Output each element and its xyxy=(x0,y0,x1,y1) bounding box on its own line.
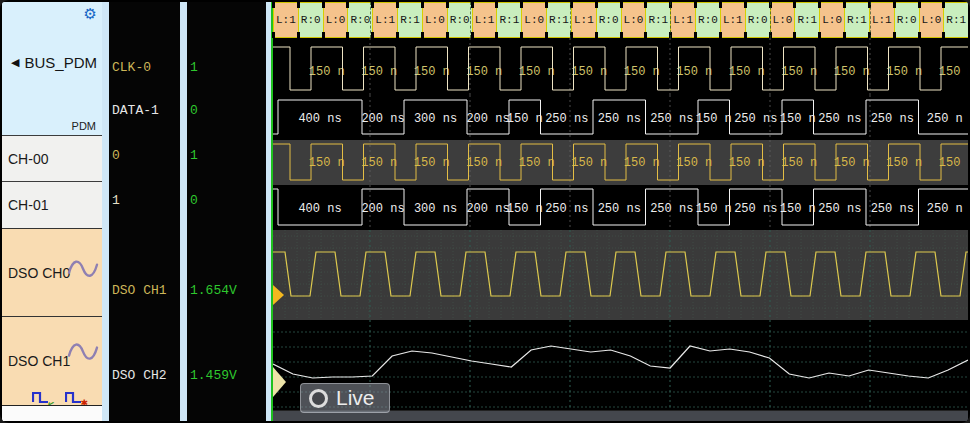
live-button[interactable]: Live xyxy=(300,383,390,413)
svg-text:200 ns: 200 ns xyxy=(361,112,404,126)
decoder-cell[interactable]: R:1 xyxy=(794,2,819,38)
decoder-cell[interactable]: R:0 xyxy=(298,2,323,38)
svg-text:200 ns: 200 ns xyxy=(466,202,509,216)
decoder-cell[interactable]: L:0 xyxy=(919,2,944,38)
decoder-cell[interactable]: L:0 xyxy=(422,2,447,38)
decoder-cell[interactable]: L:0 xyxy=(621,2,646,38)
signal-value: 1.459V xyxy=(190,368,237,384)
signal-name[interactable]: 1 xyxy=(112,193,120,209)
svg-text:150 n: 150 n xyxy=(519,65,555,79)
svg-text:150 n: 150 n xyxy=(834,65,870,79)
decoder-cell[interactable]: L:0 xyxy=(819,2,844,38)
decoder-cell[interactable]: R:0 xyxy=(596,2,621,38)
collapse-icon[interactable]: ◀ xyxy=(11,56,19,69)
decoder-cell[interactable]: R:0 xyxy=(347,2,372,38)
svg-text:150 n: 150 n xyxy=(696,112,732,126)
decoder-cell[interactable]: L:1 xyxy=(273,2,298,38)
grid-line xyxy=(870,2,871,38)
svg-text:150 n: 150 n xyxy=(571,65,607,79)
decoder-cell[interactable]: L:1 xyxy=(670,2,695,38)
decoder-cell-label: R:0 xyxy=(450,14,470,26)
sine-icon xyxy=(66,255,100,287)
svg-text:150 n: 150 n xyxy=(729,156,765,170)
decoder-cell-label: R:0 xyxy=(897,14,917,26)
column-divider[interactable] xyxy=(102,2,109,421)
ch00-waveform-row[interactable]: 150 n150 n150 n150 n150 n150 n150 n150 n… xyxy=(273,140,968,185)
decoder-cell-label: R:0 xyxy=(301,14,321,26)
column-divider[interactable] xyxy=(180,2,187,421)
svg-text:150 n: 150 n xyxy=(507,112,543,126)
svg-text:150 n: 150 n xyxy=(414,65,450,79)
decoder-cell[interactable]: R:0 xyxy=(695,2,720,38)
decoder-cell[interactable]: R:1 xyxy=(943,2,968,38)
waveform-plot[interactable]: L:1R:0L:0R:0L:1R:1L:0R:0L:1R:1L:0R:1L:1R… xyxy=(273,2,968,421)
ch01-waveform-row[interactable]: 400 ns200 ns300 ns200 ns150 n250 ns250 n… xyxy=(273,185,968,230)
decoder-cell-label: R:1 xyxy=(797,14,817,26)
decoder-cell[interactable]: R:1 xyxy=(546,2,571,38)
svg-text:150 n: 150 n xyxy=(519,156,555,170)
sidebar-footer xyxy=(2,405,102,421)
decoder-cell[interactable]: R:0 xyxy=(894,2,919,38)
decoder-cell-label: L:0 xyxy=(425,14,445,26)
dso-ch0-analog-row[interactable] xyxy=(273,230,968,320)
decoder-cell[interactable]: L:1 xyxy=(472,2,497,38)
decoder-cell[interactable]: L:1 xyxy=(720,2,745,38)
pdm-decoder-row[interactable]: L:1R:0L:0R:0L:1R:1L:0R:0L:1R:1L:0R:1L:1R… xyxy=(273,2,968,38)
signal-name[interactable]: CLK-0 xyxy=(112,60,151,76)
svg-text:150 n: 150 n xyxy=(676,156,712,170)
decoder-cell[interactable]: R:1 xyxy=(844,2,869,38)
decoder-cell[interactable]: L:1 xyxy=(372,2,397,38)
decoder-cell-label: L:1 xyxy=(475,14,495,26)
sidebar-item-ch00[interactable]: CH-00 xyxy=(2,135,102,181)
sidebar-item-label: DSO CH0 xyxy=(8,265,70,281)
svg-text:150 n: 150 n xyxy=(729,65,765,79)
pulse-delete-button[interactable]: ✱ xyxy=(65,389,83,404)
decoder-cell-label: R:0 xyxy=(748,14,768,26)
decoder-cell-label: R:1 xyxy=(499,14,519,26)
svg-text:250 ns: 250 ns xyxy=(598,202,641,216)
signal-name[interactable]: DATA-1 xyxy=(112,103,159,119)
grid-line xyxy=(370,2,371,38)
signal-name[interactable]: 0 xyxy=(112,148,120,164)
decoder-cell[interactable]: R:0 xyxy=(745,2,770,38)
decoder-cell[interactable]: R:1 xyxy=(496,2,521,38)
signal-name[interactable]: DSO CH1 xyxy=(112,283,167,299)
decoder-cell[interactable]: R:1 xyxy=(645,2,670,38)
svg-text:150 n: 150 n xyxy=(624,156,660,170)
pulse-import-button[interactable]: ➜ xyxy=(32,389,50,404)
signal-name[interactable]: DSO CH2 xyxy=(112,368,167,384)
svg-text:300 ns: 300 ns xyxy=(414,202,457,216)
decoder-cell[interactable]: L:1 xyxy=(571,2,596,38)
grid-line xyxy=(670,2,671,38)
data1-waveform-row[interactable]: 400 ns200 ns300 ns200 ns150 n250 ns250 n… xyxy=(273,95,968,140)
svg-text:150 n: 150 n xyxy=(507,202,543,216)
decoder-cell-label: R:1 xyxy=(946,14,966,26)
svg-text:150 n: 150 n xyxy=(361,156,397,170)
bus-title: ◀ BUS_PDM xyxy=(11,54,97,71)
sidebar-item-label: CH-01 xyxy=(8,197,48,213)
svg-text:250 ns: 250 ns xyxy=(545,202,588,216)
decoder-cell[interactable]: L:0 xyxy=(323,2,348,38)
svg-text:150 n: 150 n xyxy=(624,65,660,79)
svg-text:250 ns: 250 ns xyxy=(818,112,861,126)
decoder-cell-label: L:0 xyxy=(922,14,942,26)
svg-text:250 ns: 250 ns xyxy=(818,202,861,216)
decoder-cell[interactable]: L:0 xyxy=(770,2,795,38)
clk0-waveform-row[interactable]: 150 n150 n150 n150 n150 n150 n150 n150 n… xyxy=(273,38,968,95)
gear-icon[interactable]: ⚙ xyxy=(84,6,97,21)
svg-text:250 n: 250 n xyxy=(927,202,963,216)
decoder-cell[interactable]: L:1 xyxy=(869,2,894,38)
sidebar-item-label: DSO CH1 xyxy=(8,353,70,369)
svg-text:150 n: 150 n xyxy=(886,156,922,170)
bus-panel-pdm[interactable]: ⚙ ◀ BUS_PDM PDM xyxy=(2,2,102,135)
decoder-cell[interactable]: R:0 xyxy=(447,2,472,38)
decoder-cell[interactable]: L:0 xyxy=(521,2,546,38)
decoder-cell[interactable]: R:1 xyxy=(397,2,422,38)
svg-text:250 ns: 250 ns xyxy=(650,112,693,126)
sidebar-item-ch01[interactable]: CH-01 xyxy=(2,181,102,228)
svg-text:250 ns: 250 ns xyxy=(871,112,914,126)
signal-value: 1.654V xyxy=(190,283,237,299)
grid-line xyxy=(470,2,471,38)
sidebar-item-dso-ch0[interactable]: DSO CH0 xyxy=(2,228,102,316)
sidebar-item-dso-ch1[interactable]: DSO CH1 ➜ ✱ xyxy=(2,316,102,405)
